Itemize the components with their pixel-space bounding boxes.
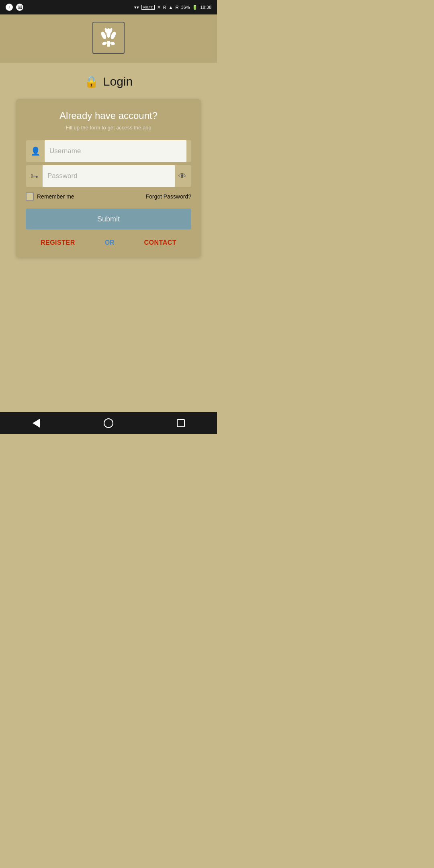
- options-row: Remember me Forgot Password?: [26, 192, 191, 201]
- recents-button[interactable]: [172, 414, 190, 432]
- card-title: Already have account?: [26, 110, 191, 121]
- volte-icon: VoLTE: [141, 5, 154, 10]
- svg-point-4: [102, 41, 107, 46]
- main-content: 🔒 Login Already have account? Fill up th…: [0, 63, 217, 412]
- remember-label: Remember me: [37, 193, 74, 200]
- image-icon: 🖼: [16, 4, 23, 11]
- logo-svg: [96, 26, 121, 50]
- bottom-links: REGISTER OR CONTACT: [26, 239, 191, 246]
- battery-icon: 🔋: [192, 5, 198, 10]
- home-circle-icon: [104, 418, 113, 428]
- r-icon-1: R: [163, 5, 166, 10]
- signal-icon: ▲: [169, 5, 173, 10]
- password-input[interactable]: [43, 165, 175, 187]
- card-subtitle: Fill up the form to get access the app: [26, 125, 191, 131]
- music-icon: ♪: [6, 4, 13, 11]
- remember-checkbox[interactable]: [26, 192, 34, 201]
- page-title: Login: [103, 75, 133, 88]
- login-card: Already have account? Fill up the form t…: [16, 99, 201, 258]
- contact-link[interactable]: CONTACT: [144, 239, 177, 246]
- header-area: [0, 14, 217, 63]
- signal-x-icon: ✕: [157, 5, 161, 10]
- forgot-password-link[interactable]: Forgot Password?: [145, 193, 191, 200]
- username-input-row: 👤: [26, 140, 191, 162]
- remember-section: Remember me: [26, 192, 145, 201]
- recents-square-icon: [177, 419, 185, 427]
- svg-rect-0: [107, 41, 110, 47]
- home-button[interactable]: [100, 414, 117, 432]
- back-arrow-icon: [33, 419, 40, 428]
- username-input[interactable]: [45, 140, 186, 162]
- status-bar-right: ▾▾ VoLTE ✕ R ▲ R 36% 🔋 18:38: [134, 5, 211, 10]
- or-text: OR: [105, 239, 115, 246]
- svg-point-5: [110, 41, 115, 46]
- nav-bar: [0, 412, 217, 434]
- key-icon: 🗝: [31, 172, 39, 181]
- register-link[interactable]: REGISTER: [41, 239, 75, 246]
- eye-icon[interactable]: 👁: [178, 172, 186, 181]
- logo-box: [92, 22, 125, 54]
- user-icon: 👤: [31, 146, 41, 156]
- password-input-row: 🗝 👁: [26, 165, 191, 187]
- status-bar: ♪ 🖼 ▾▾ VoLTE ✕ R ▲ R 36% 🔋 18:38: [0, 0, 217, 14]
- page-title-row: 🔒 Login: [84, 75, 133, 88]
- wifi-icon: ▾▾: [134, 5, 139, 10]
- clock: 18:38: [200, 5, 211, 10]
- status-bar-left: ♪ 🖼: [6, 4, 23, 11]
- r-icon-2: R: [175, 5, 178, 10]
- battery-percent: 36%: [181, 5, 190, 10]
- back-button[interactable]: [27, 414, 45, 432]
- lock-icon: 🔒: [84, 75, 98, 88]
- submit-button[interactable]: Submit: [26, 209, 191, 229]
